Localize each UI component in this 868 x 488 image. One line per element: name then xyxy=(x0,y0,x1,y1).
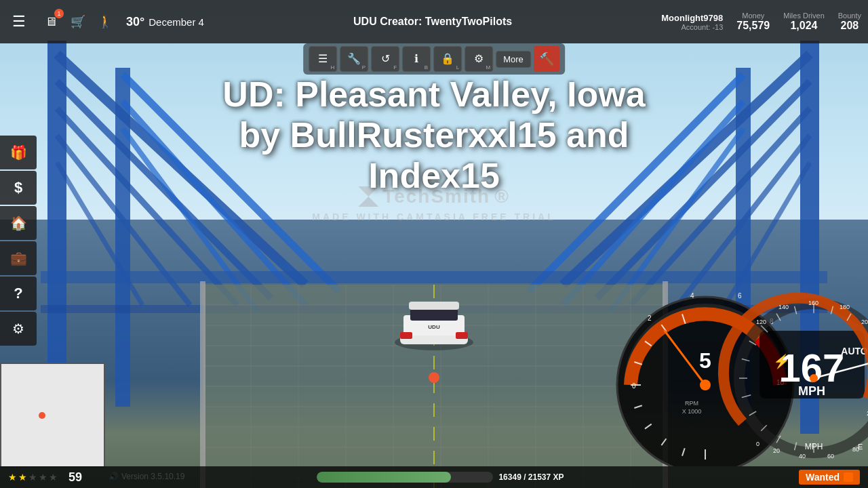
toolbar-refresh-btn[interactable]: ↺ F xyxy=(371,46,399,72)
xp-fill xyxy=(317,472,450,483)
wanted-badge: Wanted xyxy=(799,470,860,485)
star-2: ★ xyxy=(18,472,27,483)
toolbar-settings-btn[interactable]: 🔧 P xyxy=(340,46,368,72)
sidebar-help-btn[interactable]: ? xyxy=(0,277,37,310)
character-icon[interactable]: 🚶 xyxy=(94,10,117,33)
svg-point-72 xyxy=(700,380,711,390)
svg-rect-49 xyxy=(400,332,412,339)
wanted-label: Wanted xyxy=(806,472,840,483)
sidebar-settings-btn[interactable]: ⚙ xyxy=(0,312,37,346)
svg-text:120: 120 xyxy=(756,319,766,325)
minimap xyxy=(0,363,105,468)
svg-text:6: 6 xyxy=(738,292,742,300)
wanted-dot xyxy=(844,472,853,482)
toolbar-hud-btn[interactable]: ☰ H xyxy=(309,46,337,72)
bounty-count: 59 xyxy=(68,470,82,485)
svg-text:MPH: MPH xyxy=(798,384,825,398)
star-1: ★ xyxy=(8,472,17,483)
money-stat: Money 75,579 xyxy=(736,12,770,32)
svg-rect-48 xyxy=(409,302,459,310)
account-name: Moonlight9798 xyxy=(661,13,723,23)
toolbar-red-btn[interactable]: 🔨 xyxy=(534,46,559,72)
star-4: ★ xyxy=(39,472,47,483)
sidebar-gift-btn[interactable]: 🎁 xyxy=(0,136,37,169)
watermark: TechSmith® MADE WITH CAMTASIA FREE TRIAL xyxy=(312,186,555,222)
bottom-hud: ★ ★ ★ ★ ★ 59 16349 / 21537 XP Wanted xyxy=(0,466,868,488)
notification-icon[interactable]: 🖥 1 xyxy=(39,10,62,33)
menu-icon[interactable]: ☰ xyxy=(7,10,31,33)
toolbar-gear-btn[interactable]: ⚙ M xyxy=(465,46,493,72)
road-marker xyxy=(429,372,439,383)
svg-text:UDU: UDU xyxy=(428,324,440,330)
weather-info: 30° December 4 xyxy=(126,15,204,29)
svg-text:180: 180 xyxy=(840,304,850,310)
account-sub: Account: -13 xyxy=(661,23,723,31)
left-sidebar: 🎁 $ 🏠 💼 ? ⚙ xyxy=(0,136,37,346)
temperature: 30° xyxy=(126,15,144,29)
svg-text:4: 4 xyxy=(690,292,694,300)
svg-rect-50 xyxy=(456,332,468,339)
server-name: UDU Creator: TwentyTwoPilots xyxy=(210,16,656,28)
svg-text:5: 5 xyxy=(699,348,711,373)
svg-text:160: 160 xyxy=(808,300,818,306)
wanted-stars: ★ ★ ★ ★ ★ xyxy=(8,472,58,483)
toolbar-more-btn[interactable]: More xyxy=(496,51,531,68)
xp-bar-container: 16349 / 21537 XP xyxy=(90,472,791,483)
svg-marker-52 xyxy=(358,186,378,197)
star-5: ★ xyxy=(49,472,58,483)
svg-text:20: 20 xyxy=(773,447,780,454)
speedometer: 0 2 4 6 8 10 RPM X 1000 5 167 MPH AUTO xyxy=(610,249,868,466)
miles-stat: Miles Driven 1,024 xyxy=(783,12,825,32)
bounty-stat: Bounty 208 xyxy=(838,12,861,32)
svg-marker-53 xyxy=(358,197,378,207)
svg-text:MPH: MPH xyxy=(805,442,823,451)
shop-icon[interactable]: 🛒 xyxy=(66,10,90,33)
svg-text:140: 140 xyxy=(778,304,789,310)
sidebar-home-btn[interactable]: 🏠 xyxy=(0,206,37,240)
player-car: UDU xyxy=(390,295,478,356)
svg-text:X 1000: X 1000 xyxy=(682,408,702,415)
toolbar-lock-btn[interactable]: 🔒 L xyxy=(433,46,462,72)
sidebar-money-btn[interactable]: $ xyxy=(0,171,37,205)
game-viewport: UDU TechSmith® MADE WITH CAMTASIA FREE T… xyxy=(0,0,868,488)
svg-text:2: 2 xyxy=(648,314,652,322)
sidebar-briefcase-btn[interactable]: 💼 xyxy=(0,241,37,275)
svg-text:0: 0 xyxy=(756,441,760,447)
xp-bar xyxy=(317,472,493,483)
svg-text:200: 200 xyxy=(861,319,868,325)
top-bar: ☰ 🖥 1 🛒 🚶 30° December 4 UDU Creator: Tw… xyxy=(0,0,868,43)
top-right-info: Moonlight9798 Account: -13 Money 75,579 … xyxy=(661,12,861,32)
svg-point-111 xyxy=(810,374,818,382)
star-3: ★ xyxy=(28,472,37,483)
svg-text:60: 60 xyxy=(827,453,834,460)
topbar-icons: 🖥 1 🛒 🚶 xyxy=(39,10,117,33)
svg-text:0: 0 xyxy=(632,382,636,390)
toolbar-info-btn[interactable]: ℹ B xyxy=(402,46,431,72)
svg-text:⚡: ⚡ xyxy=(773,353,790,369)
svg-text:40: 40 xyxy=(799,453,806,460)
account-info: Moonlight9798 Account: -13 xyxy=(661,13,723,31)
toolbar: ☰ H 🔧 P ↺ F ℹ B 🔒 L ⚙ M More 🔨 xyxy=(303,43,565,75)
date-display: December 4 xyxy=(149,16,204,28)
svg-text:RPM: RPM xyxy=(685,400,698,407)
player-dot xyxy=(39,412,45,419)
xp-text: 16349 / 21537 XP xyxy=(498,472,564,482)
svg-text:E: E xyxy=(858,443,863,451)
